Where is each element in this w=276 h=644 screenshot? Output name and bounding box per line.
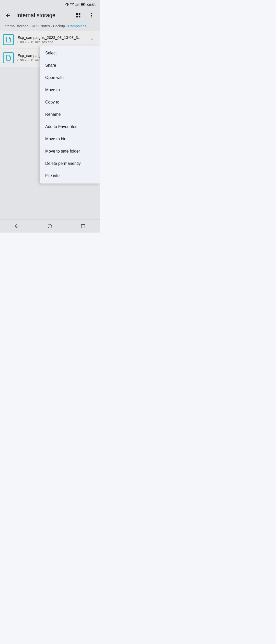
context-menu-rename[interactable]: Rename <box>40 108 100 121</box>
context-menu-copy-to[interactable]: Copy to <box>40 96 100 108</box>
context-menu-share[interactable]: Share <box>40 59 100 72</box>
context-menu-file-info[interactable]: File info <box>40 170 100 182</box>
context-menu-open-with[interactable]: Open with <box>40 72 100 84</box>
context-menu-select[interactable]: Select <box>40 47 100 59</box>
context-menu-move-to[interactable]: Move to <box>40 84 100 96</box>
context-menu-delete-permanently[interactable]: Delete permanently <box>40 157 100 170</box>
context-menu-add-to-favourites[interactable]: Add to Favourites <box>40 121 100 133</box>
context-menu-move-to-bin[interactable]: Move to bin <box>40 133 100 145</box>
context-menu: Select Share Open with Move to Copy to R… <box>40 45 100 183</box>
context-menu-move-to-safe-folder[interactable]: Move to safe folder <box>40 145 100 157</box>
